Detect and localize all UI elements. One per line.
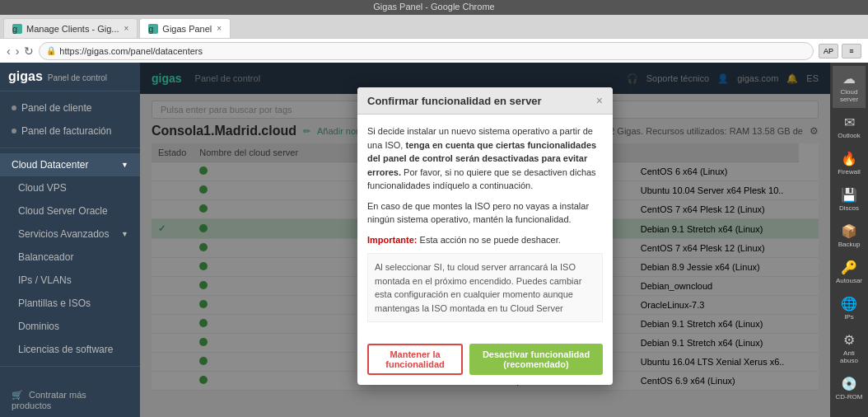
backup-icon: 📦: [841, 223, 857, 239]
modal-title: Confirmar funcionalidad en server: [367, 95, 542, 107]
sidebar-item-licencias[interactable]: Licencias de software: [0, 338, 140, 361]
modal-para-2: En caso de que montes la ISO pero no vay…: [367, 199, 603, 227]
tab-close-1[interactable]: ×: [217, 24, 222, 33]
sidebar-item-dominios[interactable]: Dominios: [0, 315, 140, 338]
icon-bar-label-backup: Backup: [838, 241, 861, 248]
sidebar-label-3: Cloud VPS: [18, 182, 67, 194]
menu-button[interactable]: ≡: [842, 44, 861, 59]
icon-bar: ☁ Cloud server ✉ Outlook 🔥 Firewall 💾 Di…: [830, 63, 868, 417]
tab-bar: g Manage Clients - Gig... × g Gigas Pane…: [0, 15, 868, 38]
modal-header: Confirmar funcionalidad en server ×: [357, 87, 613, 115]
sidebar-label-1: Panel de facturación: [21, 125, 111, 137]
confirm-modal: Confirmar funcionalidad en server × Si d…: [357, 87, 613, 385]
firewall-icon: 🔥: [841, 151, 857, 166]
autousar-icon: 🔑: [841, 260, 857, 275]
sidebar-item-panel-cliente[interactable]: Panel de cliente: [0, 96, 140, 119]
deactivate-functionality-button[interactable]: Desactivar funcionalidad (recomendado): [469, 344, 603, 375]
tab-favicon-0: g: [12, 24, 22, 34]
more-products-link[interactable]: 🛒 Contratar más productos: [0, 383, 140, 417]
modal-close-button[interactable]: ×: [596, 94, 603, 107]
cloud-icon: ☁: [842, 71, 856, 87]
sidebar-item-plantillas[interactable]: Plantillas e ISOs: [0, 292, 140, 315]
modal-warning-text: Esta acción no se puede deshacer.: [420, 235, 561, 245]
title-bar: Gigas Panel - Google Chrome: [0, 0, 868, 15]
sidebar-label-4: Cloud Server Oracle: [18, 205, 108, 217]
sidebar: gigas Panel de control Panel de cliente …: [0, 63, 140, 417]
sidebar-label-2: Cloud Datacenter: [12, 159, 88, 171]
icon-bar-label-ips: IPs: [844, 313, 854, 321]
tab-0[interactable]: g Manage Clients - Gig... ×: [3, 18, 138, 38]
forward-button[interactable]: ›: [16, 45, 20, 58]
icon-bar-label-autousar: Autousar: [836, 277, 862, 284]
sidebar-item-ips-vlans[interactable]: IPs / VLANs: [0, 269, 140, 292]
app-wrapper: gigas Panel de control Panel de cliente …: [0, 63, 868, 417]
modal-para-1: Si decide instalar un nuevo sistema oper…: [367, 124, 603, 193]
icon-bar-cloud-server[interactable]: ☁ Cloud server: [833, 66, 866, 108]
sidebar-nav: Panel de cliente Panel de facturación: [0, 91, 140, 148]
logo: gigas: [8, 69, 43, 84]
tab-1[interactable]: g Gigas Panel ×: [139, 18, 231, 38]
caret-icon-2: ▼: [121, 230, 128, 238]
sidebar-label-7: IPs / VLANs: [18, 274, 72, 286]
icon-bar-label-cloud: Cloud server: [834, 88, 864, 103]
modal-info-text: Al seleccionar SI, tu cloud server arran…: [375, 262, 581, 313]
outlook-icon: ✉: [844, 115, 855, 130]
icon-bar-outlook[interactable]: ✉ Outlook: [833, 110, 866, 144]
tab-label-0: Manage Clients - Gig...: [26, 24, 119, 34]
sidebar-label-0: Panel de cliente: [21, 102, 91, 114]
keep-functionality-button[interactable]: Mantener la funcionalidad: [367, 344, 463, 375]
logo-subtitle: Panel de control: [48, 73, 107, 82]
sidebar-item-cloud-server-oracle[interactable]: Cloud Server Oracle: [0, 199, 140, 223]
icon-bar-label-firewall: Firewall: [838, 168, 861, 176]
icon-bar-cdrom[interactable]: 💿 CD-ROM: [833, 371, 866, 405]
icon-bar-label-discos: Discos: [839, 204, 859, 212]
modal-overlay: Confirmar funcionalidad en server × Si d…: [140, 63, 830, 417]
icon-bar-label-cdrom: CD-ROM: [836, 393, 863, 401]
url-box[interactable]: 🔒 https://gigas.com/panel/datacenters: [39, 42, 814, 60]
sidebar-item-cloud-vps[interactable]: Cloud VPS: [0, 176, 140, 199]
icon-bar-firewall[interactable]: 🔥 Firewall: [833, 146, 866, 180]
sidebar-item-cloud-datacenter[interactable]: Cloud Datacenter ▼: [0, 153, 140, 176]
logo-area: gigas Panel de control: [0, 63, 140, 91]
cart-icon: 🛒: [12, 390, 23, 400]
modal-warning-label: Importante:: [367, 235, 418, 245]
reload-button[interactable]: ↻: [24, 45, 34, 58]
tab-favicon-1: g: [148, 24, 158, 34]
modal-bold-1: tenga en cuenta que ciertas funcionalida…: [367, 140, 596, 177]
dot-icon: [12, 105, 16, 110]
anti-abuso-icon: ⚙: [843, 332, 855, 348]
back-button[interactable]: ‹: [7, 45, 11, 58]
sidebar-item-balanceador[interactable]: Balanceador: [0, 246, 140, 269]
tab-label-1: Gigas Panel: [162, 24, 212, 34]
icon-bar-label-anti-abuso: Anti abuso: [834, 349, 864, 364]
sidebar-label-8: Plantillas e ISOs: [18, 298, 91, 309]
tab-close-0[interactable]: ×: [124, 24, 129, 33]
dot-icon: [12, 129, 16, 134]
secure-badge: 🔒: [46, 46, 56, 55]
address-bar: ‹ › ↻ 🔒 https://gigas.com/panel/datacent…: [0, 38, 868, 63]
sidebar-label-10: Licencias de software: [18, 344, 113, 355]
icon-bar-ips[interactable]: 🌐 IPs: [833, 291, 866, 326]
ips-icon: 🌐: [841, 296, 857, 312]
sidebar-label-5: Servicios Avanzados: [18, 228, 110, 240]
sidebar-item-facturacion[interactable]: Panel de facturación: [0, 119, 140, 143]
main-content: gigas Panel de control 🎧 Soporte técnico…: [140, 63, 830, 417]
cdrom-icon: 💿: [841, 376, 857, 391]
icon-bar-anti-abuso[interactable]: ⚙ Anti abuso: [833, 327, 866, 369]
extensions-button[interactable]: AP: [819, 44, 838, 59]
icon-bar-discos[interactable]: 💾 Discos: [833, 182, 866, 217]
modal-info-panel: Al seleccionar SI, tu cloud server arran…: [367, 253, 603, 322]
modal-body: Si decide instalar un nuevo sistema oper…: [357, 115, 613, 337]
caret-icon: ▼: [121, 161, 128, 169]
sidebar-label-6: Balanceador: [18, 251, 73, 263]
icon-bar-backup[interactable]: 📦 Backup: [833, 218, 866, 253]
sidebar-item-servicios-avanzados[interactable]: Servicios Avanzados ▼: [0, 223, 140, 246]
url-text: https://gigas.com/panel/datacenters: [59, 46, 203, 56]
sidebar-cloud-section: Cloud Datacenter ▼ Cloud VPS Cloud Serve…: [0, 148, 140, 367]
icon-bar-label-outlook: Outlook: [838, 132, 861, 139]
sidebar-label-9: Dominios: [18, 321, 59, 332]
disk-icon: 💾: [841, 187, 857, 203]
modal-warning-para: Importante: Esta acción no se puede desh…: [367, 233, 603, 247]
browser-actions: AP ≡: [819, 44, 861, 59]
icon-bar-autousar[interactable]: 🔑 Autousar: [833, 255, 866, 289]
